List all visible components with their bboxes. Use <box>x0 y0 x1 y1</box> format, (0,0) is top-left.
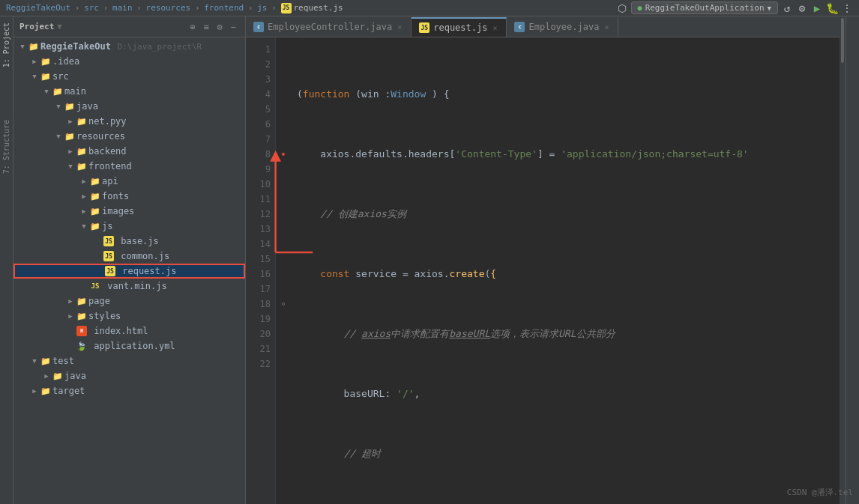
tree-item-resources[interactable]: ▼ 📁 resources <box>13 129 245 144</box>
tree-item-page[interactable]: ▶ 📁 page <box>13 294 245 309</box>
gutter-8: ◆ <box>276 147 291 162</box>
folder-icon-api: 📁 <box>90 176 100 186</box>
tree-item-js-folder[interactable]: ▼ 📁 js <box>13 219 245 234</box>
tab-close-request-js[interactable]: × <box>491 23 498 33</box>
navigate-icon[interactable]: ⬡ <box>616 2 628 14</box>
tree-label-fonts: fonts <box>102 191 129 201</box>
arrow-js-folder: ▼ <box>79 222 88 231</box>
tree-label-requestjs: request.js <box>117 266 176 276</box>
tree-item-src[interactable]: ▼ 📁 src <box>13 69 245 84</box>
code-line-4: const service = axios.create({ <box>297 267 840 282</box>
tree-item-requestjs[interactable]: ▶ JS request.js <box>13 264 245 279</box>
tab-employee-controller[interactable]: c EmployeeController.java × <box>246 17 412 37</box>
tree-item-root[interactable]: ▼ 📁 ReggieTakeOut D:\java_project\R <box>13 39 245 54</box>
folder-icon-fonts: 📁 <box>90 191 100 201</box>
tree-label-basejs: base.js <box>115 236 159 246</box>
gutter-2 <box>276 57 291 72</box>
folder-icon-main: 📁 <box>52 86 63 97</box>
arrow-api: ▶ <box>79 177 88 186</box>
tree-item-vantjs[interactable]: ▶ JS vant.min.js <box>13 279 245 294</box>
arrow-target: ▶ <box>30 386 39 395</box>
tree-label-commonjs: common.js <box>115 251 169 261</box>
structure-side-label[interactable]: 7: Structure <box>1 117 12 177</box>
breadcrumb-frontend[interactable]: frontend <box>204 3 244 13</box>
tree-label-java: java <box>76 101 98 112</box>
breadcrumb-resources[interactable]: resources <box>146 3 191 13</box>
code-line-2: axios.defaults.headers['Content-Type'] =… <box>297 147 840 162</box>
tree-item-netpyy[interactable]: ▶ 📁 net.pyy <box>13 114 245 129</box>
code-line-1: (function (win :Window ) { <box>297 87 840 102</box>
tree-item-testjava[interactable]: ▶ 📁 java <box>13 368 245 383</box>
code-line-6: baseURL: '/', <box>297 386 840 401</box>
tree-item-basejs[interactable]: ▶ JS base.js <box>13 234 245 249</box>
more-icon[interactable]: ⋮ <box>841 2 853 14</box>
tree-item-backend[interactable]: ▶ 📁 backend <box>13 144 245 159</box>
tab-request-js[interactable]: JS request.js × <box>412 17 507 37</box>
gutter-14 <box>276 237 291 252</box>
breadcrumb-js[interactable]: js <box>257 3 267 13</box>
tab-icon-employee-java: c <box>514 22 525 32</box>
tree-label-target: target <box>52 386 85 396</box>
sep4: › <box>195 4 199 12</box>
tree-item-styles[interactable]: ▶ 📁 styles <box>13 309 245 324</box>
project-side-label[interactable]: 1: Project <box>1 19 12 70</box>
run-config-selector[interactable]: ● ReggieTakeOutApplication ▼ <box>631 1 778 14</box>
tree-item-images[interactable]: ▶ 📁 images <box>13 204 245 219</box>
code-line-7: // 超时 <box>297 446 840 461</box>
arrow-fonts: ▶ <box>79 192 88 201</box>
breadcrumb-reggie[interactable]: ReggieTakeOut <box>6 3 70 13</box>
tree-item-idea[interactable]: ▶ 📁 .idea <box>13 54 245 69</box>
editor-scrollbar[interactable] <box>840 16 846 504</box>
tree-label-vantjs: vant.min.js <box>102 281 167 291</box>
arrow-frontend: ▼ <box>66 162 75 171</box>
tree-item-java[interactable]: ▼ 📁 java <box>13 99 245 114</box>
tab-employee-java[interactable]: c Employee.java × <box>507 17 618 37</box>
tree-label-styles: styles <box>88 311 121 321</box>
tree-label-netpyy: net.pyy <box>88 116 127 127</box>
gutter-9 <box>276 162 291 177</box>
tree-label-src: src <box>52 71 69 82</box>
tab-close-employee-controller[interactable]: × <box>396 22 403 32</box>
run-config-dropdown-icon[interactable]: ▼ <box>768 4 771 12</box>
tree-item-fonts[interactable]: ▶ 📁 fonts <box>13 189 245 204</box>
tree-label-resources: resources <box>76 131 125 142</box>
panel-close-icon[interactable]: − <box>227 21 239 33</box>
code-editor: 1 2 3 4 5 6 7 8 9 10 11 12 13 14 15 16 1… <box>246 37 840 504</box>
run-icon[interactable]: ▶ <box>811 2 823 14</box>
gutter-4 <box>276 87 291 102</box>
refresh-icon[interactable]: ↺ <box>781 2 793 14</box>
project-panel: Project ▼ ⊕ ≡ ⚙ − ▼ 📁 ReggieTakeOut D:\j… <box>13 16 246 504</box>
gutter-16 <box>276 267 291 282</box>
tree-label-backend: backend <box>88 146 127 157</box>
settings-icon[interactable]: ⚙ <box>796 2 808 14</box>
tree-label-main: main <box>64 86 86 97</box>
tree-item-test[interactable]: ▼ 📁 test <box>13 353 245 368</box>
panel-settings-icon[interactable]: ⚙ <box>214 21 226 33</box>
code-content[interactable]: (function (win :Window ) { axios.default… <box>291 37 840 504</box>
arrow-idea: ▶ <box>30 57 39 66</box>
arrow-styles: ▶ <box>66 312 75 321</box>
gutter-18: ◇ <box>276 297 291 312</box>
tree-item-commonjs[interactable]: ▶ JS common.js <box>13 249 245 264</box>
collapse-icon[interactable]: ≡ <box>200 21 212 33</box>
tree-item-frontend[interactable]: ▼ 📁 frontend <box>13 159 245 174</box>
tab-close-employee-java[interactable]: × <box>603 22 610 32</box>
tree-item-main[interactable]: ▼ 📁 main <box>13 84 245 99</box>
gutter-10 <box>276 177 291 192</box>
tree-item-api[interactable]: ▶ 📁 api <box>13 174 245 189</box>
tree-item-target[interactable]: ▶ 📁 target <box>13 383 245 398</box>
arrow-backend: ▶ <box>66 147 75 156</box>
locate-icon[interactable]: ⊕ <box>187 21 199 33</box>
folder-icon-testjava: 📁 <box>52 371 63 381</box>
breadcrumb-src[interactable]: src <box>84 3 99 13</box>
folder-icon-test: 📁 <box>40 356 51 366</box>
code-line-5: // axios中请求配置有baseURL选项，表示请求URL公共部分 <box>297 327 840 341</box>
scrollbar-thumb[interactable] <box>841 18 844 63</box>
tree-item-indexhtml[interactable]: ▶ H index.html <box>13 324 245 338</box>
tree-item-appyml[interactable]: ▶ 🍃 application.yml <box>13 338 245 353</box>
debug-icon[interactable]: 🐛 <box>826 2 838 14</box>
arrow-netpyy: ▶ <box>66 117 75 126</box>
breadcrumb-main[interactable]: main <box>112 3 133 13</box>
gutter-1 <box>276 42 291 57</box>
left-side-labels: 1: Project 7: Structure <box>0 16 13 504</box>
